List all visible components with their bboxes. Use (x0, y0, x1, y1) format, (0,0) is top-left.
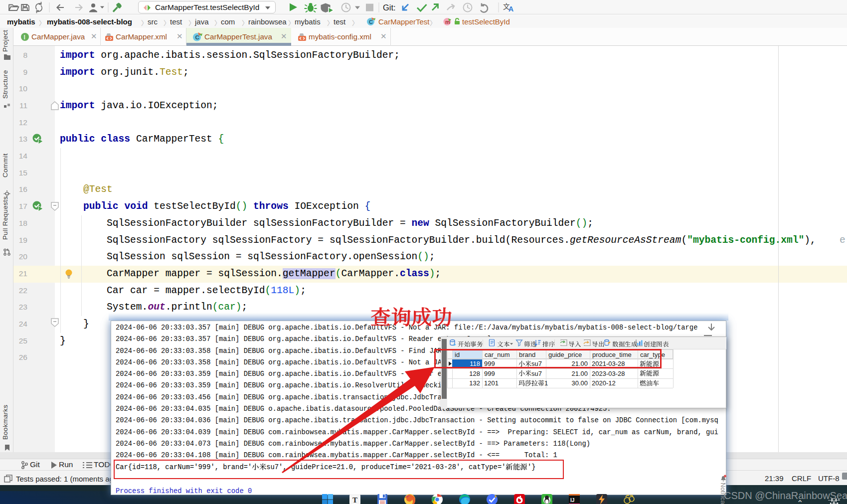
svg-text:T: T (352, 496, 357, 504)
svg-text:IJ: IJ (570, 498, 574, 503)
